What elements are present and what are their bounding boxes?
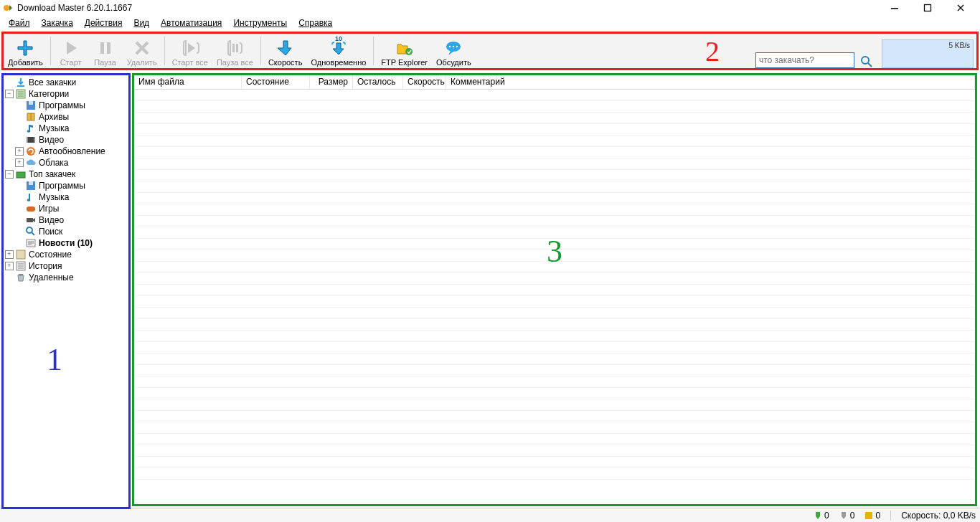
start-label: Старт	[60, 58, 82, 67]
status-speed: Скорость: 0,0 KB/s	[901, 511, 976, 521]
table-row	[134, 158, 975, 170]
svg-point-11	[456, 46, 458, 47]
app-icon	[3, 2, 14, 14]
table-row	[134, 296, 975, 308]
x-icon	[133, 39, 151, 57]
close-button[interactable]	[944, 0, 977, 16]
table-row	[134, 204, 975, 216]
table-row	[134, 319, 975, 331]
expand-icon[interactable]: +	[5, 262, 14, 270]
tree-categories[interactable]: − Категории	[5, 88, 127, 100]
news-icon	[25, 237, 37, 249]
tree-top-search[interactable]: Поиск	[5, 226, 127, 237]
yellow-dot-icon	[864, 511, 873, 520]
tree-all-downloads[interactable]: Все закачки	[5, 77, 127, 88]
annotation-grid: 3	[547, 233, 562, 270]
grid-body[interactable]: 3	[134, 90, 975, 504]
svg-rect-23	[17, 172, 25, 178]
svg-rect-21	[34, 137, 35, 143]
svg-rect-4	[107, 42, 110, 54]
menu-download[interactable]: Закачка	[36, 16, 79, 29]
collapse-icon[interactable]: −	[5, 170, 14, 179]
col-status[interactable]: Состояние	[242, 75, 310, 89]
table-row	[134, 216, 975, 227]
col-filename[interactable]: Имя файла	[134, 75, 242, 89]
col-speed[interactable]: Скорость	[403, 75, 446, 89]
svg-point-7	[405, 48, 413, 55]
pause-button[interactable]: Пауза	[88, 34, 123, 68]
col-size[interactable]: Размер	[310, 75, 353, 89]
tree-cat-video[interactable]: Видео	[5, 134, 127, 146]
disk-icon	[25, 180, 37, 191]
annotation-toolbar: 2	[705, 34, 720, 68]
tree-status[interactable]: + Состояние	[5, 249, 127, 260]
sidebar-region: Все закачки − Категории Программы Архивы	[1, 73, 131, 509]
tree-top-games[interactable]: Игры	[5, 203, 127, 214]
menubar: Файл Закачка Действия Вид Автоматизация …	[0, 16, 980, 30]
search-icon[interactable]	[860, 55, 873, 68]
svg-point-10	[453, 46, 454, 47]
table-row	[134, 457, 975, 468]
svg-rect-13	[17, 85, 24, 87]
expand-icon[interactable]: +	[15, 147, 24, 156]
search-input[interactable]	[755, 52, 854, 68]
delete-label: Удалить	[127, 58, 157, 67]
ftp-button[interactable]: FTP Explorer	[377, 34, 432, 68]
tree-cat-music[interactable]: Музыка	[5, 123, 127, 134]
tree-cat-autoupdate[interactable]: + Автообновление	[5, 146, 127, 157]
col-remaining[interactable]: Осталось	[353, 75, 403, 89]
table-row	[134, 342, 975, 353]
speed-value: 5 KB/s	[949, 42, 970, 49]
start-all-button[interactable]: Старт все	[168, 34, 212, 68]
start-all-label: Старт все	[172, 58, 208, 67]
annotation-sidebar: 1	[47, 341, 62, 378]
tree-history[interactable]: + История	[5, 260, 127, 272]
pause-label: Пауза	[94, 58, 116, 67]
speed-graph: 5 KB/s	[882, 39, 974, 68]
svg-point-18	[27, 130, 31, 133]
tree-cat-clouds[interactable]: + Облака	[5, 157, 127, 169]
table-row	[134, 399, 975, 411]
start-button[interactable]: Старт	[54, 34, 88, 68]
tree-top-video[interactable]: Видео	[5, 214, 127, 226]
table-row	[134, 434, 975, 445]
table-row	[134, 422, 975, 434]
tree-top-news[interactable]: Новости (10)	[5, 237, 127, 249]
menu-actions[interactable]: Действия	[79, 16, 128, 29]
col-comment[interactable]: Комментарий	[446, 75, 975, 89]
table-row	[134, 353, 975, 365]
tree-top-programs[interactable]: Программы	[5, 180, 127, 191]
discuss-button[interactable]: Обсудить	[432, 34, 476, 68]
collapse-icon[interactable]: −	[5, 90, 14, 98]
cloud-icon	[25, 157, 37, 169]
table-row	[134, 285, 975, 296]
svg-rect-16	[29, 101, 33, 105]
table-row	[134, 170, 975, 181]
expand-icon[interactable]: +	[5, 250, 14, 259]
status-queued: 0	[864, 511, 880, 521]
delete-button[interactable]: Удалить	[123, 34, 161, 68]
minimize-button[interactable]	[878, 0, 911, 16]
menu-help[interactable]: Справка	[293, 16, 338, 29]
menu-file[interactable]: Файл	[3, 16, 36, 29]
svg-rect-5	[232, 44, 235, 52]
expand-icon[interactable]: +	[15, 158, 24, 167]
speed-button[interactable]: Скорость	[264, 34, 307, 68]
pause-all-button[interactable]: Пауза все	[212, 34, 258, 68]
plus-icon	[16, 39, 34, 57]
tree-top-downloads[interactable]: − Топ закачек	[5, 169, 127, 180]
svg-rect-31	[17, 250, 25, 259]
menu-tools[interactable]: Инструменты	[227, 16, 293, 29]
status-active: 0	[814, 511, 829, 521]
concurrent-button[interactable]: 10 Одновременно	[306, 34, 370, 68]
tree-cat-programs[interactable]: Программы	[5, 100, 127, 111]
menu-automation[interactable]: Автоматизация	[155, 16, 227, 29]
tree-cat-archives[interactable]: Архивы	[5, 111, 127, 123]
menu-view[interactable]: Вид	[128, 16, 155, 29]
tree-top-music[interactable]: Музыка	[5, 191, 127, 203]
tree-deleted[interactable]: Удаленные	[5, 272, 127, 283]
maximize-button[interactable]	[911, 0, 944, 16]
table-row	[134, 181, 975, 193]
green-dot-icon	[814, 511, 822, 520]
add-button[interactable]: Добавить	[4, 34, 47, 68]
